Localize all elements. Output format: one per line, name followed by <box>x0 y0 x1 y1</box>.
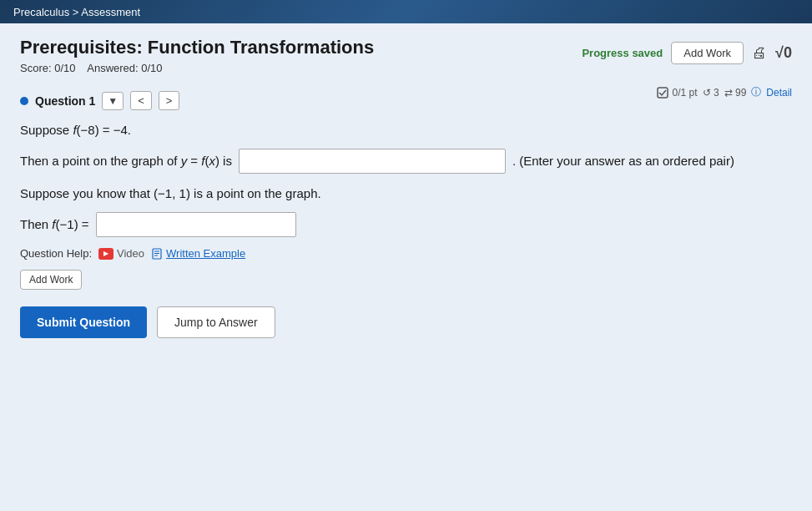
score-label: Score: 0/10 <box>20 62 76 74</box>
add-work-small-button[interactable]: Add Work <box>20 270 82 290</box>
part1-after: . (Enter your answer as an ordered pair) <box>512 151 734 171</box>
video-label: Video <box>117 247 144 260</box>
question-meta: 0/1 pt ↺ 3 ⇄ 99 ⓘ Detail <box>657 85 792 99</box>
svg-rect-0 <box>658 88 668 98</box>
add-work-small-wrapper: Add Work <box>20 265 792 290</box>
score-line: Score: 0/10 Answered: 0/10 <box>20 62 374 74</box>
video-icon: ▶ <box>98 248 113 260</box>
part1-row: Then a point on the graph of y = f(x) is… <box>20 149 792 174</box>
question-dropdown[interactable]: ▼ <box>102 92 124 110</box>
question-body: Suppose f(−8) = −4. Then a point on the … <box>20 120 792 237</box>
part2-premise: Suppose you know that (−1, 1) is a point… <box>20 184 792 204</box>
top-bar: Precalculus > Assessment <box>0 0 812 23</box>
part2-label: Then f(−1) = <box>20 215 89 235</box>
retries-text: ↺ 3 <box>703 87 719 99</box>
title-section: Prerequisites: Function Transformations … <box>20 37 374 74</box>
help-label: Question Help: <box>20 247 92 260</box>
breadcrumb: Precalculus > Assessment <box>13 6 140 18</box>
header-row: Prerequisites: Function Transformations … <box>20 37 792 74</box>
page-title: Prerequisites: Function Transformations <box>20 37 374 58</box>
written-example-link[interactable]: Written Example <box>151 247 245 260</box>
nav-meta-row: Question 1 ▼ < > 0/1 pt ↺ 3 ⇄ 99 ⓘ Detai… <box>20 81 792 117</box>
sqrt-icon[interactable]: √0 <box>775 44 792 62</box>
progress-saved: Progress saved <box>582 47 663 59</box>
part1-before: Then a point on the graph of y = f(x) is <box>20 151 232 171</box>
add-work-button[interactable]: Add Work <box>671 42 744 64</box>
points-text: 0/1 pt <box>673 87 698 99</box>
submit-question-button[interactable]: Submit Question <box>20 306 147 338</box>
next-question-button[interactable]: > <box>159 91 180 110</box>
written-example-label: Written Example <box>166 247 245 260</box>
header-actions: Progress saved Add Work 🖨 √0 <box>582 37 792 64</box>
part2-input[interactable] <box>96 212 296 237</box>
answered-label: Answered: 0/10 <box>87 62 162 74</box>
print-icon[interactable]: 🖨 <box>752 44 767 62</box>
main-content: Prerequisites: Function Transformations … <box>0 23 812 511</box>
question-dot <box>20 97 28 105</box>
part1-input[interactable] <box>239 149 506 174</box>
detail-link[interactable]: Detail <box>766 87 792 99</box>
video-help[interactable]: ▶ Video <box>98 247 144 260</box>
info-icon[interactable]: ⓘ <box>751 85 761 99</box>
bottom-buttons: Submit Question Jump to Answer <box>20 306 792 338</box>
premise-text: Suppose f(−8) = −4. <box>20 120 792 140</box>
question-nav: Question 1 ▼ < > <box>20 91 179 110</box>
question-label: Question 1 <box>35 94 95 108</box>
prev-question-button[interactable]: < <box>130 91 152 110</box>
submissions-text: ⇄ 99 <box>724 87 747 99</box>
part2-row: Then f(−1) = <box>20 212 792 237</box>
points-badge: 0/1 pt <box>657 87 698 99</box>
jump-to-answer-button[interactable]: Jump to Answer <box>157 306 275 338</box>
question-help: Question Help: ▶ Video Written Example <box>20 247 792 260</box>
